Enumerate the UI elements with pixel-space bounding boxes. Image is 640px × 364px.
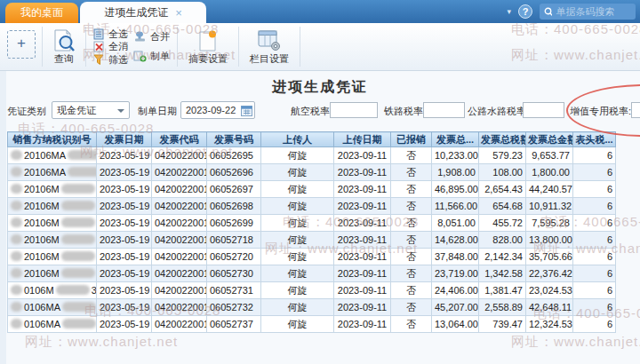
doc-date-value: 2023-09-22: [186, 105, 236, 115]
invoice-date-cell: 2023-05-19: [97, 198, 152, 215]
voucher-category-select[interactable]: 现金凭证: [52, 101, 130, 119]
total-tax-cell: 739.47: [479, 316, 526, 333]
column-settings-button[interactable]: 栏目设置: [244, 25, 295, 68]
column-header[interactable]: 上传人: [261, 132, 334, 147]
doc-date-field[interactable]: 2023-09-22: [180, 101, 255, 119]
filter-row: 凭证类别 现金凭证 制单日期 2023-09-22 航空税率 铁路税率 公路水路…: [0, 100, 640, 122]
clear-all-button[interactable]: 全消: [93, 41, 128, 53]
table-row[interactable]: 20106M3N2023-05-1904200220011306052718何旋…: [8, 232, 616, 249]
table-row[interactable]: 20106M3N2023-05-1904200220011306052699何旋…: [8, 215, 616, 232]
merge-button[interactable]: 合并: [133, 31, 170, 44]
upload-date-cell: 2023-09-11: [334, 299, 391, 316]
query-button[interactable]: 查询: [47, 25, 81, 68]
aviation-rate-label: 航空税率: [291, 105, 330, 118]
uploader-cell: 何旋: [261, 232, 334, 249]
uploader-cell: 何旋: [261, 164, 334, 181]
railway-rate-input[interactable]: [423, 102, 465, 118]
invoice-date-cell: 2023-05-19: [97, 316, 152, 333]
table-row[interactable]: 0106MAN2023-05-1904200220011306052737何旋2…: [8, 316, 616, 333]
search-icon: [544, 7, 552, 17]
header-tax-cell: 6: [573, 299, 616, 316]
select-all-label: 全选: [108, 28, 128, 41]
table-row[interactable]: 20106MN2023-05-1904200220011306052697何旋2…: [8, 181, 616, 198]
invoice-code-cell: 042002200113: [152, 299, 207, 316]
toolbar-separator: [300, 27, 300, 67]
table-row[interactable]: 20106M3N2023-05-1904200220011306052720何旋…: [8, 249, 616, 265]
highway-rate-input[interactable]: [523, 102, 564, 118]
table-row[interactable]: 20106MAN2023-05-1904200220011306052696何旋…: [8, 164, 616, 181]
select-all-button[interactable]: 全选: [93, 28, 128, 40]
table-row[interactable]: 20106MAW2023-05-1904200220011306052695何旋…: [8, 147, 616, 164]
column-header[interactable]: 发票总税额: [479, 132, 526, 147]
uploader-cell: 何旋: [261, 181, 334, 198]
column-header[interactable]: 发票总...: [432, 132, 479, 147]
barcode-search-box[interactable]: [540, 4, 636, 20]
tax-id-cell: 0106MAN: [8, 316, 97, 333]
total-tax-cell: 108.00: [479, 164, 526, 181]
total-cell: 10,233.00: [432, 147, 479, 164]
invoice-code-cell: 042002200113: [152, 147, 207, 164]
column-header[interactable]: 发票号码: [207, 132, 261, 147]
uploader-cell: 何旋: [261, 316, 334, 333]
vat-special-rate-input[interactable]: [631, 102, 640, 118]
redaction-blur: [61, 201, 95, 210]
invoice-code-cell: 042002200113: [152, 282, 207, 299]
table-row[interactable]: 20106M3N2023-05-1904200220011306052730何旋…: [8, 265, 616, 282]
column-header[interactable]: 已报销: [391, 132, 432, 147]
redaction-blur: [61, 251, 95, 261]
column-header[interactable]: 销售方纳税识别号: [8, 132, 97, 147]
upload-date-cell: 2023-09-11: [334, 181, 391, 198]
redaction-blur: [11, 150, 22, 160]
table-row[interactable]: 20106M3N2023-05-1904200220011306052698何旋…: [8, 198, 616, 215]
reimbursed-cell: 否: [391, 164, 432, 181]
reimbursed-cell: 否: [391, 282, 432, 299]
total-amount-cell: 22,376.42: [526, 265, 573, 282]
uploader-cell: 何旋: [261, 282, 334, 299]
header-tax-cell: 6: [573, 316, 616, 333]
table-row[interactable]: 0106MA3N2023-05-1904200220011306052732何旋…: [8, 299, 616, 316]
header-tax-cell: 6: [573, 265, 616, 282]
total-amount-cell: 42,648.11: [526, 299, 573, 316]
invoice-no-cell: 06052731: [207, 282, 261, 299]
table-row[interactable]: 0106M3N2023-05-1904200220011306052731何旋2…: [8, 282, 616, 299]
add-button[interactable]: +: [7, 30, 36, 59]
column-header[interactable]: 上传日期: [334, 132, 391, 147]
invoice-table: 销售方纳税识别号发票日期发票代码发票号码上传人上传日期已报销发票总...发票总税…: [7, 131, 616, 333]
tab-my-desktop[interactable]: 我的桌面: [5, 3, 78, 23]
close-icon[interactable]: ×: [175, 7, 182, 19]
invoice-code-cell: 042002200113: [152, 181, 207, 198]
total-cell: 8,051.00: [432, 215, 479, 232]
chevron-down-icon[interactable]: ▾: [507, 7, 511, 16]
total-amount-cell: 10,911.32: [526, 198, 573, 215]
reimbursed-cell: 否: [391, 198, 432, 215]
make-voucher-label: 制单: [150, 50, 170, 63]
merge-icon: [133, 31, 147, 43]
column-header[interactable]: 发票总金额: [526, 132, 573, 147]
make-voucher-button[interactable]: 制单: [133, 50, 170, 62]
redaction-blur: [62, 302, 96, 312]
invoice-code-cell: 042002200113: [152, 232, 207, 249]
clear-all-label: 全消: [108, 40, 128, 53]
barcode-search-input[interactable]: [556, 6, 631, 17]
redaction-blur: [11, 319, 22, 328]
total-cell: 46,895.00: [432, 181, 479, 198]
calendar-icon[interactable]: [241, 105, 252, 116]
page-content: 进项生成凭证 凭证类别 现金凭证 制单日期 2023-09-22 航空税率 铁路…: [0, 71, 640, 364]
summary-settings-button[interactable]: 摘要设置: [182, 25, 234, 68]
total-tax-cell: 1,381.47: [479, 282, 526, 299]
column-header[interactable]: 发票代码: [152, 132, 207, 147]
filter-label: 筛选: [108, 53, 128, 67]
uploader-cell: 何旋: [261, 215, 334, 232]
tab-input-voucher[interactable]: 进项生成凭证 ×: [80, 2, 206, 23]
column-header[interactable]: 发票日期: [97, 132, 152, 147]
total-amount-cell: 1,800.00: [526, 164, 573, 181]
total-tax-cell: 455.72: [479, 215, 526, 232]
tab-my-desktop-label: 我的桌面: [20, 6, 63, 19]
tax-id-cell: 20106M3N: [8, 249, 97, 265]
help-icon[interactable]: ?: [518, 4, 532, 19]
aviation-rate-input[interactable]: [330, 102, 378, 118]
filter-button[interactable]: 筛选: [93, 53, 128, 66]
column-header[interactable]: 表头税...: [573, 132, 616, 147]
tax-id-cell: 0106M3N: [8, 282, 97, 299]
top-tab-bar: 我的桌面 进项生成凭证 × ▾ ?: [0, 0, 640, 23]
